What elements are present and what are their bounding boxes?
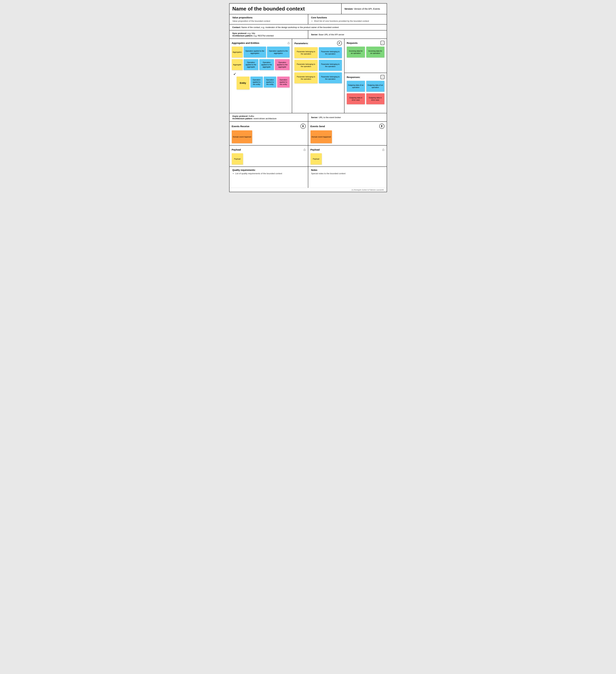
responses-outgoing-row: Outgoing data of an operation Outgoing d… — [347, 81, 384, 92]
requests-items-row: Incoming data for an operation Incoming … — [347, 46, 384, 58]
event-receive-sticky-1: Domain event hapened — [232, 130, 252, 143]
param-sticky-3: Parameter belonging to the operation — [294, 60, 317, 71]
quality-list: List of quality requirements of the boun… — [233, 172, 305, 175]
responses-title: Responses: — [347, 76, 360, 79]
canvas: Name of the bounded context Version: Ver… — [229, 3, 387, 192]
header-title-area: Name of the bounded context — [229, 4, 342, 14]
response-error-sticky-1: Outgoing data in error case — [347, 93, 365, 104]
events-receive-title: Events Receive — [232, 125, 250, 128]
events-receive-section: Events Receive ⬇ Domain event hapened — [229, 122, 308, 145]
parameters-panel-header: Parameters: P — [294, 41, 342, 45]
param-row-1: Parameter belonging to the operation Par… — [294, 47, 342, 58]
value-core-row: Value propositions Value proposition of … — [229, 14, 387, 24]
entity-sticky: Entity — [237, 77, 250, 90]
aggregates-row: Aggregates Operation applied to the aggr… — [232, 46, 290, 58]
events-send-section: Events Send ⬆ Domain event happened — [308, 122, 387, 145]
entity-op-sticky-3: Operation applied to the entity — [277, 77, 290, 88]
value-prop-label: Value propositions — [233, 16, 305, 19]
payload-right-icon: ⌂ — [382, 147, 384, 152]
async-server-content: URL to the event broker — [319, 116, 341, 119]
upload-icon: ↑ — [380, 75, 384, 79]
home-icon: ⌂ — [288, 41, 290, 45]
core-functions-list: Short list of core functions provided by… — [311, 20, 384, 22]
responses-error-row: Outgoing data in error case Outgoing dat… — [347, 93, 384, 104]
core-functions-label: Core functions — [311, 16, 384, 19]
payload-left-title: Payload — [232, 148, 241, 151]
events-send-title: Events Send — [310, 125, 325, 128]
aggregates-panel: Aggregates and Entities ⌂ Aggregates Ope… — [229, 39, 292, 113]
quality-label: Quality requirements: — [233, 169, 305, 171]
notes-content: Special notes to the bounded context — [311, 172, 384, 175]
version-label: Version: — [344, 8, 353, 10]
parameters-title: Parameters: — [294, 42, 308, 45]
main-panels: Aggregates and Entities ⌂ Aggregates Ope… — [229, 39, 387, 113]
footer: (c) Annegret Junker & Fabrizio Lazzarett… — [229, 188, 387, 192]
response-sticky-2: Outgoing data of an operation — [366, 81, 384, 92]
param-sticky-4: Parameter belonging to the operation — [319, 60, 342, 71]
arch-pattern-value: e.g. RESTful oriented — [254, 34, 274, 37]
payload-left-sticky: Payload — [232, 153, 243, 164]
payload-left-section: Payload ⌂ Payload — [229, 145, 308, 166]
aggregate-row: Aggregate Operation applied to the aggre… — [232, 59, 290, 70]
agg-op-sticky-2: Operation applied to the aggregates — [267, 46, 290, 58]
aggregate-sticky: Aggregate — [232, 59, 243, 70]
aggregates-sticky: Aggregates — [232, 46, 243, 58]
entity-op-sticky-1: Operation applied to the entity — [251, 77, 263, 88]
payload-left-items: Payload — [232, 153, 306, 164]
async-protocol-label: Async protocol — [233, 115, 248, 117]
notes-section: Notes Special notes to the bounded conte… — [308, 167, 387, 188]
aggregates-title: Aggregates and Entities — [232, 41, 260, 44]
async-protocol-value: Kafka — [249, 115, 254, 117]
server-content: Base URL of the API server — [319, 33, 344, 36]
request-sticky-2: Incoming data for an operation — [366, 46, 384, 58]
request-sticky-1: Incoming data for an operation — [347, 46, 365, 58]
send-icon: ⬆ — [379, 124, 384, 129]
entity-arrow: ↙ — [234, 72, 290, 76]
param-row-2: Parameter belonging to the operation Par… — [294, 60, 342, 71]
entity-row: Entity Operation applied to the entity O… — [237, 77, 290, 90]
download-icon: ↓ — [380, 41, 384, 45]
header-row: Name of the bounded context Version: Ver… — [229, 4, 387, 14]
requests-responses-panel: Requests ↓ Incoming data for an operatio… — [344, 39, 387, 113]
async-server-label: Server — [311, 116, 318, 119]
async-arch-value: event-driven architecture — [254, 117, 277, 120]
version-value: Version of the API, Events — [354, 8, 380, 10]
events-receive-items: Domain event hapened — [232, 130, 306, 143]
core-functions-section: Core functions Short list of core functi… — [308, 14, 387, 24]
payload-right-items: Payload — [310, 153, 384, 164]
notes-label: Notes — [311, 169, 384, 171]
agg-op-sticky-5: Operation applied to the aggregate — [275, 59, 290, 70]
agg-op-sticky-1: Operation applied to the aggregates — [244, 46, 266, 58]
aggregates-panel-header: Aggregates and Entities ⌂ — [232, 41, 290, 45]
requests-section: Requests ↓ Incoming data for an operatio… — [344, 39, 387, 73]
receive-icon: ⬇ — [301, 124, 306, 129]
events-send-header: Events Send ⬆ — [310, 124, 384, 129]
entity-op-sticky-2: Operation applied to the entity — [264, 77, 276, 88]
list-item: List of quality requirements of the boun… — [235, 172, 305, 175]
param-icon: P — [337, 41, 342, 45]
footer-credit: (c) Annegret Junker & Fabrizio Lazzarett… — [351, 189, 383, 191]
requests-panel-header: Requests ↓ — [347, 41, 384, 45]
param-sticky-2: Parameter belonging to the operation — [319, 47, 342, 58]
quality-section: Quality requirements: List of quality re… — [229, 167, 308, 188]
payload-left-header: Payload ⌂ — [232, 147, 306, 152]
responses-panel-header: Responses: ↑ — [347, 75, 384, 79]
quality-notes-row: Quality requirements: List of quality re… — [229, 167, 387, 188]
server-info-section: Server: Base URL of the API server — [308, 30, 387, 38]
arch-pattern-label: Architecture pattern: — [233, 34, 253, 37]
payload-right-sticky: Payload — [310, 153, 322, 164]
contact-row: Contact: Name of the contact, e.g. moder… — [229, 24, 387, 30]
sync-protocol-section: Sync protocol: e.g. http Architecture pa… — [229, 30, 308, 38]
contact-label: Contact: — [233, 26, 241, 28]
page-title: Name of the bounded context — [233, 6, 338, 12]
events-row: Events Receive ⬇ Domain event hapened Ev… — [229, 122, 387, 145]
sync-server-row: Sync protocol: e.g. http Architecture pa… — [229, 30, 387, 39]
async-server-section: Server: URL to the event broker — [308, 113, 387, 121]
value-prop-section: Value propositions Value proposition of … — [229, 14, 308, 24]
list-item: Short list of core functions provided by… — [314, 20, 384, 22]
value-prop-content: Value proposition of the bounded context — [233, 20, 305, 22]
events-receive-header: Events Receive ⬇ — [232, 124, 306, 129]
async-protocol-section: Async protocol: Kafka Architecture patte… — [229, 113, 308, 121]
response-error-sticky-2: Outgoing data in error case — [366, 93, 384, 104]
parameters-panel: Parameters: P Parameter belonging to the… — [292, 39, 344, 113]
